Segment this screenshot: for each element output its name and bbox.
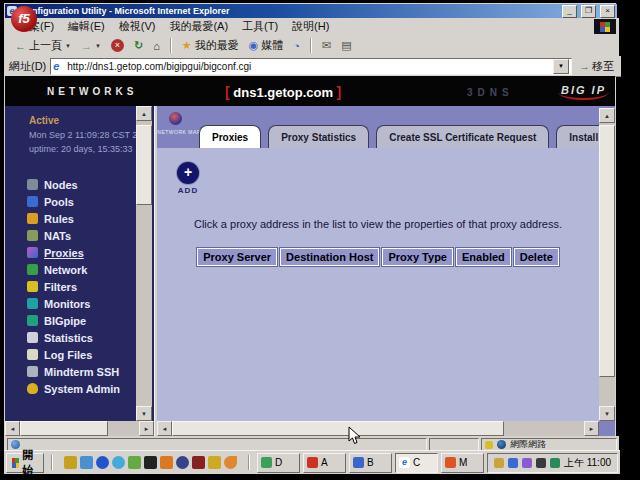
scrollbar-thumb[interactable] bbox=[136, 125, 152, 205]
scrollbar-track[interactable] bbox=[136, 205, 152, 406]
sidebar-item-rules[interactable]: Rules bbox=[5, 210, 137, 227]
history-button[interactable]: ◔ bbox=[289, 39, 304, 53]
go-button[interactable]: → 移至 bbox=[576, 59, 617, 74]
column-header-proxy-server[interactable]: Proxy Server bbox=[197, 248, 277, 266]
scrollbar-track[interactable] bbox=[504, 421, 584, 436]
scrollbar-track[interactable] bbox=[108, 421, 139, 436]
tab-proxy-statistics[interactable]: Proxy Statistics bbox=[268, 125, 369, 148]
taskbar-separator bbox=[248, 455, 250, 470]
task-button-3[interactable]: B bbox=[349, 453, 392, 473]
window-titlebar[interactable]: e Configuration Utility - Microsoft Inte… bbox=[5, 4, 617, 18]
quicklaunch-icon[interactable] bbox=[224, 456, 237, 469]
start-button[interactable]: 開始 bbox=[6, 453, 44, 473]
sidebar-item-filters[interactable]: Filters bbox=[5, 278, 137, 295]
scrollbar-track[interactable] bbox=[599, 377, 615, 406]
quicklaunch-icon[interactable] bbox=[112, 456, 125, 469]
address-input[interactable]: e http://dns1.getop.com/bigipgui/bigconf… bbox=[50, 58, 572, 75]
quicklaunch-icon[interactable] bbox=[176, 456, 189, 469]
sidebar-horizontal-scrollbar[interactable]: ◄ ► bbox=[5, 421, 154, 436]
sidebar-item-network[interactable]: Network bbox=[5, 261, 137, 278]
quicklaunch-icon[interactable] bbox=[192, 456, 205, 469]
sidebar-item-nats[interactable]: NATs bbox=[5, 227, 137, 244]
mail-button[interactable]: ✉ bbox=[318, 38, 335, 53]
add-proxy-button[interactable]: + bbox=[177, 162, 199, 184]
scroll-left-icon[interactable]: ◄ bbox=[157, 421, 172, 436]
tray-icon[interactable] bbox=[536, 458, 546, 468]
instruction-text: Click a proxy address in the list to vie… bbox=[157, 218, 599, 230]
scrollbar-thumb[interactable] bbox=[599, 125, 615, 377]
scroll-up-icon[interactable]: ▲ bbox=[599, 108, 615, 123]
home-button[interactable]: ⌂ bbox=[149, 39, 164, 53]
quicklaunch-icon[interactable] bbox=[128, 456, 141, 469]
tray-icon[interactable] bbox=[508, 458, 518, 468]
forward-icon: → bbox=[81, 40, 92, 52]
main-horizontal-scrollbar[interactable]: ◄ ► bbox=[157, 421, 599, 436]
network-map-label[interactable]: NETWORK MAP bbox=[157, 129, 201, 135]
quicklaunch-icon[interactable] bbox=[208, 456, 221, 469]
column-header-destination-host[interactable]: Destination Host bbox=[280, 248, 379, 266]
scroll-left-icon[interactable]: ◄ bbox=[5, 421, 20, 436]
forward-button[interactable]: → ▼ bbox=[77, 39, 105, 53]
forward-dropdown-icon[interactable]: ▼ bbox=[95, 43, 101, 49]
back-dropdown-icon[interactable]: ▼ bbox=[65, 43, 71, 49]
app-icon bbox=[261, 457, 272, 468]
sidebar-item-bigpipe[interactable]: BIGpipe bbox=[5, 312, 137, 329]
task-button-1[interactable]: D bbox=[257, 453, 300, 473]
quicklaunch-icon[interactable] bbox=[64, 456, 77, 469]
tray-icon[interactable] bbox=[550, 458, 560, 468]
menu-favorites[interactable]: 我的最愛(A) bbox=[162, 19, 235, 34]
sidebar-item-mindterm-ssh[interactable]: Mindterm SSH bbox=[5, 363, 137, 380]
scrollbar-thumb[interactable] bbox=[172, 421, 504, 436]
sidebar-item-proxies[interactable]: Proxies bbox=[5, 244, 137, 261]
task-button-5[interactable]: M bbox=[441, 453, 484, 473]
address-url[interactable]: http://dns1.getop.com/bigipgui/bigconf.c… bbox=[67, 61, 550, 72]
task-button-2[interactable]: A bbox=[303, 453, 346, 473]
status-datetime: Mon Sep 2 11:09:28 CST 2002 bbox=[29, 128, 152, 142]
scroll-right-icon[interactable]: ► bbox=[139, 421, 154, 436]
media-button[interactable]: ◉ 媒體 bbox=[245, 37, 288, 54]
menu-view[interactable]: 檢視(V) bbox=[112, 19, 163, 34]
print-button[interactable]: ▤ bbox=[337, 38, 355, 53]
maximize-button[interactable]: ❐ bbox=[581, 5, 596, 18]
sidebar-item-system-admin[interactable]: System Admin bbox=[5, 380, 137, 397]
menu-tools[interactable]: 工具(T) bbox=[235, 19, 285, 34]
tab-create-ssl-certificate-request[interactable]: Create SSL Certificate Request bbox=[376, 125, 549, 148]
sidebar-item-nodes[interactable]: Nodes bbox=[5, 176, 137, 193]
f5-networks-label: NETWORKS bbox=[47, 86, 137, 97]
quicklaunch-icon[interactable] bbox=[96, 456, 109, 469]
network-map-icon[interactable] bbox=[169, 112, 182, 125]
column-header-delete[interactable]: Delete bbox=[514, 248, 559, 266]
scroll-down-icon[interactable]: ▼ bbox=[599, 406, 615, 421]
menu-help[interactable]: 說明(H) bbox=[285, 19, 336, 34]
stop-button[interactable]: × bbox=[107, 38, 128, 53]
main-vertical-scrollbar[interactable]: ▲ ▼ bbox=[599, 108, 615, 421]
filters-icon bbox=[27, 281, 38, 292]
sidebar-item-log-files[interactable]: Log Files bbox=[5, 346, 137, 363]
tray-icon[interactable] bbox=[522, 458, 532, 468]
favorites-button[interactable]: ★ 我的最愛 bbox=[178, 37, 243, 54]
scroll-down-icon[interactable]: ▼ bbox=[136, 406, 152, 421]
sidebar-item-pools[interactable]: Pools bbox=[5, 193, 137, 210]
proxies-icon bbox=[27, 247, 38, 258]
back-button[interactable]: ← 上一頁 ▼ bbox=[11, 37, 75, 54]
scrollbar-thumb[interactable] bbox=[20, 421, 108, 436]
minimize-button[interactable]: _ bbox=[562, 5, 577, 18]
quicklaunch-icon[interactable] bbox=[80, 456, 93, 469]
address-dropdown-icon[interactable]: ▼ bbox=[553, 59, 569, 74]
tray-icon[interactable] bbox=[494, 458, 504, 468]
sidebar-vertical-scrollbar[interactable]: ▲ ▼ bbox=[136, 106, 152, 421]
menu-edit[interactable]: 編輯(E) bbox=[61, 19, 112, 34]
close-button[interactable]: × bbox=[600, 5, 615, 18]
tab-proxies[interactable]: Proxies bbox=[199, 125, 261, 148]
task-button-ie-active[interactable]: eC bbox=[395, 453, 438, 473]
scroll-up-icon[interactable]: ▲ bbox=[136, 106, 152, 121]
quicklaunch-icon[interactable] bbox=[160, 456, 173, 469]
column-header-enabled[interactable]: Enabled bbox=[456, 248, 511, 266]
column-header-proxy-type[interactable]: Proxy Type bbox=[382, 248, 453, 266]
sidebar-item-monitors[interactable]: Monitors bbox=[5, 295, 137, 312]
scroll-right-icon[interactable]: ► bbox=[584, 421, 599, 436]
quicklaunch-icon[interactable] bbox=[144, 456, 157, 469]
refresh-button[interactable]: ↻ bbox=[130, 38, 147, 53]
sidebar-item-statistics[interactable]: Statistics bbox=[5, 329, 137, 346]
bracket-left: [ bbox=[225, 84, 230, 100]
